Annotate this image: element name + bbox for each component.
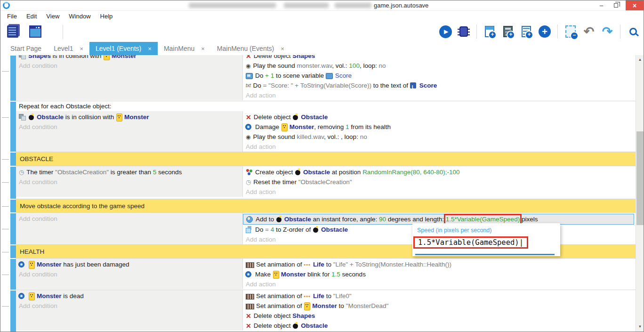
condition-line[interactable]: Monster is dead (16, 291, 242, 301)
text-segment: to scene variable (274, 72, 326, 79)
event-selector-bar[interactable] (10, 167, 16, 199)
close-button[interactable]: × (626, 0, 644, 10)
minimize-button[interactable]: – (595, 0, 608, 10)
event-selector-bar[interactable] (10, 259, 16, 290)
window-title: game.json.autosave (374, 2, 428, 9)
condition-placeholder[interactable]: Add condition (16, 61, 242, 71)
tab-level1[interactable]: Level1× (48, 42, 89, 55)
search-events-button[interactable] (626, 24, 641, 39)
action-line[interactable]: Damage Monster, removing 1 from its heal… (243, 122, 636, 132)
action-line[interactable]: Set animation of Monster to "MonsterDead… (243, 301, 636, 311)
event-selector-bar[interactable] (10, 102, 16, 152)
action-line[interactable]: Do + 1 to scene variable Score (243, 71, 636, 81)
vertical-scrollbar[interactable]: ▲ ▼ (636, 55, 644, 332)
condition-line[interactable]: ◷The timer "ObstacleCreation" is greater… (16, 167, 242, 177)
text-segment: Add to (256, 216, 276, 223)
expression-input[interactable]: 1.5*Variable(GameSpeed)| (413, 236, 528, 249)
add-comment-button[interactable] (519, 24, 534, 39)
menu-item-edit[interactable]: Edit (22, 12, 41, 21)
add-event-button[interactable] (482, 24, 497, 39)
deselect-events-button[interactable] (563, 24, 578, 39)
create-icon (246, 169, 253, 176)
action-placeholder[interactable]: Add action (243, 142, 636, 152)
condition-line[interactable]: Shapes is in collision with Monster (16, 55, 242, 61)
event-selector-bar[interactable] (10, 291, 16, 332)
action-line[interactable]: Make Monster blink for 1.5 seconds (243, 269, 636, 279)
event-gutter (0, 55, 10, 101)
condition-line[interactable]: Monster has just been damaged (16, 259, 242, 269)
text-segment: Set animation of (256, 292, 304, 300)
text-segment: to the text of (371, 82, 410, 89)
action-line[interactable]: ✕Delete object Obstacle (243, 112, 636, 122)
action-line[interactable]: ✕Delete object Shapes (243, 311, 636, 321)
action-line[interactable]: ◉Play the sound monster.wav, vol.: 100, … (243, 61, 636, 71)
text-segment: Reset the timer (253, 178, 298, 186)
add-subevent-button[interactable] (500, 24, 515, 39)
event-selector-bar[interactable] (10, 153, 16, 166)
play-button[interactable]: ▶ (438, 24, 453, 39)
close-tab-icon[interactable]: × (80, 45, 83, 52)
action-line[interactable]: Create object Obstacle at position Rando… (243, 167, 636, 177)
menu-item-view[interactable]: View (41, 12, 64, 21)
action-placeholder[interactable]: Add action (243, 279, 636, 289)
text-segment: 100 (349, 62, 360, 69)
undo-button[interactable]: ↶ (581, 24, 596, 39)
animation-icon (246, 302, 254, 309)
condition-line[interactable]: Obstacle is in collision with Monster (16, 112, 242, 122)
tab-start-page[interactable]: Start Page (4, 42, 48, 55)
menu-item-file[interactable]: File (2, 12, 22, 21)
text-segment: Delete object (254, 55, 293, 59)
scroll-up-icon[interactable]: ▲ (636, 56, 644, 64)
obstacle-icon (295, 169, 301, 176)
maximize-button[interactable] (609, 0, 623, 10)
action-line[interactable]: ◉Play the sound killed.wav, vol.: , loop… (243, 132, 636, 142)
event-selector-bar[interactable] (10, 245, 16, 258)
title-bar: game.json.autosave – × (0, 0, 644, 11)
scene-editor-button[interactable] (28, 24, 43, 39)
close-tab-icon[interactable]: × (281, 45, 284, 52)
event-selector-bar[interactable] (10, 213, 16, 244)
project-manager-button[interactable] (5, 24, 20, 39)
text-segment: Life (313, 292, 324, 300)
tab-label: MainMenu (164, 45, 194, 52)
action-line[interactable]: Set animation of •••Life to "Life0" (243, 291, 636, 301)
event-selector-bar[interactable] (10, 200, 16, 212)
scrollbar-thumb[interactable] (636, 131, 644, 225)
menu-item-help[interactable]: Help (96, 12, 118, 21)
close-tab-icon[interactable]: × (201, 45, 205, 52)
text-segment: Do (255, 226, 265, 233)
tab-mainmenu-events[interactable]: MainMenu (Events)× (211, 42, 290, 55)
debug-button[interactable] (456, 24, 471, 39)
action-line[interactable]: txtDo = "Score: " + ToString(Variable(Sc… (243, 81, 636, 90)
text-segment: Score (335, 72, 352, 79)
event-row: Repeat for each Obstacle object:Obstacle… (0, 101, 636, 152)
action-line[interactable]: ✕Delete object Shapes (243, 55, 636, 61)
condition-placeholder[interactable]: Add condition (16, 301, 242, 311)
condition-placeholder[interactable]: Add condition (16, 177, 242, 187)
tab-mainmenu[interactable]: MainMenu× (158, 42, 211, 55)
redo-button[interactable]: ↷ (600, 24, 615, 39)
tab-level1-events[interactable]: Level1 (Events)× (89, 42, 158, 55)
add-other-event-button[interactable]: + (537, 24, 552, 39)
close-tab-icon[interactable]: × (148, 45, 152, 52)
action-line[interactable]: ◷Reset the timer "ObstacleCreation" (243, 177, 636, 187)
scroll-down-icon[interactable]: ▼ (636, 323, 644, 331)
event-selector-bar[interactable] (10, 56, 16, 101)
group-header[interactable]: Move obstacle according to the game spee… (16, 199, 636, 212)
action-line[interactable]: ✕Delete object Obstacle (243, 321, 636, 331)
action-placeholder[interactable]: Add action (243, 90, 636, 100)
close-icon: × (633, 2, 636, 9)
text-segment: Set animation of (256, 261, 304, 268)
event-gutter (0, 101, 10, 152)
repeat-for-each-header[interactable]: Repeat for each Obstacle object: (16, 101, 636, 111)
condition-placeholder[interactable]: Add condition (16, 122, 242, 132)
menu-item-window[interactable]: Window (64, 12, 95, 21)
text-segment: degrees and length: (386, 216, 446, 223)
condition-placeholder[interactable]: Add condition (16, 214, 242, 224)
action-placeholder[interactable]: Add action (243, 187, 636, 197)
action-line[interactable]: Set animation of •••Life to "Life" + ToS… (243, 259, 636, 269)
event-content: Shapes is in collision with MonsterAdd c… (16, 55, 636, 101)
condition-placeholder[interactable]: Add condition (16, 269, 242, 279)
text-segment: seconds (156, 169, 182, 176)
group-header[interactable]: OBSTACLE (16, 152, 636, 166)
